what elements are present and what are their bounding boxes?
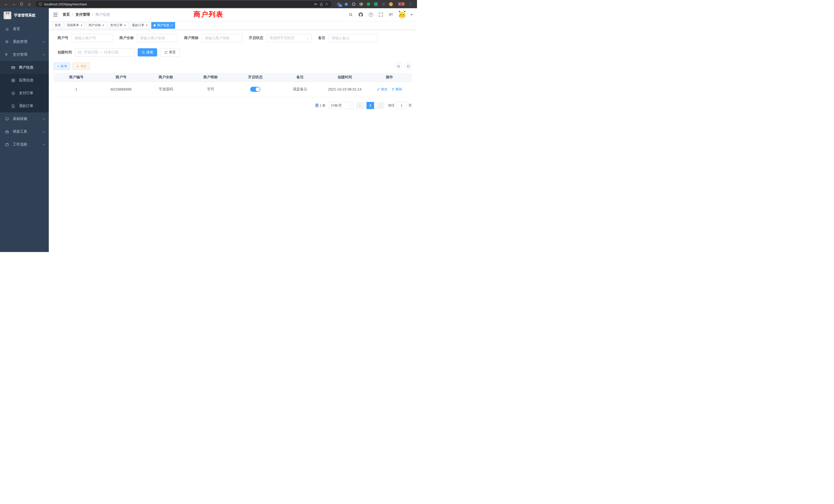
extension-icon-4[interactable] <box>359 2 363 6</box>
close-icon[interactable]: × <box>103 24 105 27</box>
sidebar-item-home[interactable]: 首页 <box>0 23 49 36</box>
extension-icon-7[interactable] <box>381 2 386 6</box>
reset-button[interactable]: 重置 <box>160 48 180 56</box>
status-select-placeholder: 请选择开启状态 <box>269 36 294 40</box>
status-toggle[interactable] <box>250 87 260 92</box>
extension-icon-2[interactable] <box>344 2 348 6</box>
pagination-total-rest: 1 条 <box>319 104 326 107</box>
forward-icon[interactable]: → <box>10 1 18 8</box>
extension-icon-3[interactable] <box>352 2 356 6</box>
close-icon[interactable]: × <box>146 24 148 27</box>
toggle-search-button[interactable] <box>395 63 402 70</box>
close-icon[interactable]: × <box>81 24 83 27</box>
app-logo[interactable]: 芋道管理系统 <box>0 8 49 23</box>
close-icon[interactable]: × <box>124 24 126 27</box>
site-info-icon[interactable] <box>39 2 42 6</box>
tab-process-form[interactable]: 流程表单× <box>64 22 85 29</box>
annotation-merchant-list: 商户列表 <box>194 10 223 19</box>
edit-button[interactable]: 修改 <box>377 87 388 92</box>
extension-badge: 10 <box>338 4 342 7</box>
github-icon[interactable] <box>358 12 364 18</box>
edit-button-label: 修改 <box>381 87 388 92</box>
extension-icon-5[interactable] <box>367 2 371 6</box>
goto-suffix: 页 <box>409 103 412 108</box>
extension-icon-1[interactable]: 10 <box>337 2 341 6</box>
sidebar-item-app-info[interactable]: 应用信息 <box>0 74 49 87</box>
url-text: localhost:1024/pay/merchant <box>44 2 312 6</box>
reload-icon[interactable] <box>18 1 25 8</box>
password-key-icon[interactable] <box>314 2 317 6</box>
sidebar-item-refund-order[interactable]: 退款订单 <box>0 99 49 112</box>
hamburger-icon[interactable] <box>53 12 58 17</box>
top-navbar: 首页 / 支付管理 / 商户信息 ? TT <box>49 8 417 21</box>
prev-page-button[interactable]: ‹ <box>356 102 364 109</box>
next-page-button[interactable]: › <box>377 102 385 109</box>
user-avatar[interactable] <box>398 10 407 19</box>
extension-icon-6[interactable] <box>374 2 378 6</box>
sidebar-item-system[interactable]: ⚙ 系统管理 <box>0 36 49 48</box>
briefcase-icon <box>5 143 11 146</box>
toolbox-icon <box>5 130 11 134</box>
close-icon[interactable]: × <box>171 24 173 27</box>
sidebar-item-infrastructure[interactable]: 基础设施 <box>0 112 49 125</box>
create-time-label: 创建时间 <box>58 50 72 55</box>
sidebar-item-label: 系统管理 <box>13 40 27 44</box>
date-range-picker[interactable]: 开始日期 - 结束日期 <box>75 48 135 56</box>
tab-merchant-info[interactable]: 商户信息× <box>151 22 175 29</box>
sidebar-item-dev-tools[interactable]: 研发工具 <box>0 125 49 138</box>
bookmark-star-icon[interactable]: ☆ <box>325 2 328 6</box>
short-name-input[interactable] <box>202 34 242 42</box>
browser-menu-icon[interactable]: ⋮ <box>407 1 414 8</box>
extension-icon-8[interactable] <box>389 2 393 6</box>
url-bar[interactable]: localhost:1024/pay/merchant ☆ <box>36 1 331 7</box>
search-icon[interactable] <box>348 12 354 18</box>
status-select[interactable]: 请选择开启状态 <box>266 34 311 42</box>
delete-button-label: 删除 <box>395 87 402 92</box>
help-icon[interactable]: ? <box>368 12 374 18</box>
merchant-no-input[interactable] <box>71 34 113 42</box>
breadcrumb-home[interactable]: 首页 <box>63 12 70 17</box>
full-name-input[interactable] <box>137 34 177 42</box>
plus-icon: + <box>57 64 59 68</box>
navbar-actions: ? TT <box>348 10 413 19</box>
cell-merchant-no: M233666999 <box>98 82 143 97</box>
search-button[interactable]: 搜索 <box>138 48 157 56</box>
pagination-total-highlight: 共 <box>315 104 319 107</box>
sidebar-item-pay-order[interactable]: 支付订单 <box>0 87 49 99</box>
goto-page-input[interactable] <box>396 102 407 109</box>
refresh-button[interactable] <box>405 63 412 70</box>
chevron-down-icon <box>43 143 45 145</box>
chevron-down-icon <box>43 117 45 120</box>
home-icon[interactable]: ⌂ <box>26 1 33 8</box>
font-size-icon[interactable]: TT <box>388 12 394 18</box>
tab-home[interactable]: 首页 <box>52 22 63 29</box>
pagination: 共 1 条 10条/页 ‹ 1 › 前往 页 <box>54 102 412 109</box>
sidebar-item-workflow[interactable]: 工作流程 <box>0 138 49 151</box>
page-number-button[interactable]: 1 <box>367 102 374 109</box>
delete-button[interactable]: 删除 <box>392 87 402 92</box>
browser-toolbar: ← → ⌂ localhost:1024/pay/merchant ☆ 10 更… <box>0 0 417 8</box>
sidebar-item-label: 基础设施 <box>13 116 27 121</box>
merchant-no-label: 商户号 <box>58 36 68 40</box>
tab-pay-order[interactable]: 支付订单× <box>108 22 128 29</box>
user-menu-caret-icon[interactable] <box>410 14 413 17</box>
column-header: 商户简称 <box>188 73 233 82</box>
browser-update-button[interactable]: 更新 <box>398 2 405 6</box>
goto-prefix: 前往 <box>388 103 395 108</box>
remark-input[interactable] <box>328 34 377 42</box>
fullscreen-icon[interactable] <box>378 12 384 18</box>
tab-refund-order[interactable]: 退款订单× <box>130 22 150 29</box>
add-button[interactable]: + 新增 <box>54 63 70 70</box>
breadcrumb-section[interactable]: 支付管理 <box>75 12 90 17</box>
export-button[interactable]: 导出 <box>73 63 90 70</box>
column-header: 操作 <box>367 73 412 82</box>
yen-icon: ¥ <box>5 52 11 57</box>
sidebar-item-pay[interactable]: ¥ 支付管理 <box>0 48 49 61</box>
sidebar-item-merchant-info[interactable]: 商户信息 <box>0 61 49 74</box>
tab-user-group[interactable]: 用户分组× <box>86 22 107 29</box>
share-icon[interactable] <box>320 3 323 6</box>
table-row: 1 M233666999 芋道源码 芋艿 我是备注 2021-10-23 08:… <box>54 82 412 97</box>
table-header-row: 商户编号 商户号 商户全称 商户简称 开启状态 备注 创建时间 操作 <box>54 73 412 82</box>
back-icon[interactable]: ← <box>3 1 10 8</box>
page-size-select[interactable]: 10条/页 <box>328 102 354 109</box>
